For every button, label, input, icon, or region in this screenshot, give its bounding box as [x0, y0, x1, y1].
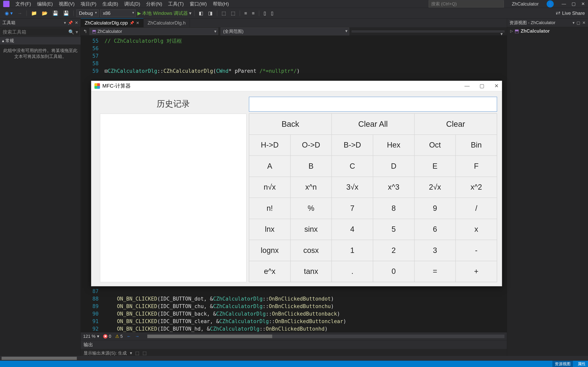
calc-btn-x[interactable]: x — [456, 219, 497, 240]
close-icon[interactable]: ✕ — [494, 83, 499, 89]
code-line[interactable]: 87 — [81, 288, 507, 295]
error-count[interactable]: ✖ 0 — [103, 334, 111, 339]
calc-btn-bin[interactable]: Bin — [456, 135, 497, 156]
calc-btn-a[interactable]: A — [249, 156, 290, 177]
calc-btn-e[interactable]: E — [414, 156, 456, 177]
calc-btn-c[interactable]: C — [332, 156, 373, 177]
menu-project[interactable]: 项目(P) — [81, 1, 96, 7]
calc-btn-3[interactable]: 3 — [414, 240, 456, 261]
new-project-icon[interactable]: 📁 — [29, 10, 39, 17]
history-list[interactable] — [100, 114, 246, 282]
menu-edit[interactable]: 编辑(E) — [37, 1, 53, 7]
calc-btn-n-x[interactable]: n√x — [249, 177, 290, 198]
calc-btn-2-x[interactable]: 2√x — [414, 177, 456, 198]
calc-btn-e-x[interactable]: e^x — [249, 261, 290, 282]
calc-btn-lognx[interactable]: lognx — [249, 240, 290, 261]
pin-icon[interactable]: ▢ — [577, 20, 580, 25]
close-icon[interactable]: ✕ — [582, 20, 586, 25]
tb-icon-2[interactable]: ◨ — [207, 10, 214, 17]
code-line[interactable]: 92 ON_BN_CLICKED(IDC_BUTTON_hd, &CZhCalc… — [81, 325, 507, 332]
toolbox-search[interactable]: 搜索工具箱 🔍 ▾ — [1, 28, 80, 36]
pin-icon[interactable]: 📌 — [130, 21, 134, 25]
status-tab-props[interactable]: 属性 — [578, 361, 586, 367]
calc-btn-tanx[interactable]: tanx — [290, 261, 332, 282]
calc-btn-8[interactable]: 8 — [373, 198, 414, 219]
horizontal-scrollbar[interactable] — [147, 334, 504, 338]
menu-view[interactable]: 视图(V) — [59, 1, 75, 7]
scope-combo-global[interactable]: (全局范围) — [221, 27, 349, 35]
tab-cpp[interactable]: ZhCalculatorDlg.cpp 📌 ✕ — [81, 18, 144, 27]
tb-icon-5[interactable]: ≡ — [243, 10, 249, 17]
scope-combo-member[interactable] — [352, 30, 504, 33]
calc-btn-back[interactable]: Back — [249, 114, 332, 135]
close-icon[interactable]: ✕ — [581, 1, 585, 7]
resource-tree-item[interactable]: ▷ ⬒ ZhCalculator — [507, 27, 588, 35]
calc-titlebar[interactable]: MFC-计算器 — ▢ ✕ — [91, 81, 502, 91]
code-line[interactable]: 59⊟CZhCalculatorDlg::CZhCalculatorDlg(CW… — [81, 67, 507, 75]
menu-window[interactable]: 窗口(W) — [190, 1, 207, 7]
calc-btn-sinx[interactable]: sinx — [290, 219, 332, 240]
maximize-icon[interactable]: ▢ — [571, 1, 576, 7]
calc-btn-n-[interactable]: n! — [249, 198, 290, 219]
code-line[interactable]: 58 — [81, 60, 507, 67]
tb-icon-1[interactable]: ◧ — [197, 10, 205, 17]
calc-btn--[interactable]: = — [414, 261, 456, 282]
calc-btn-9[interactable]: 9 — [414, 198, 456, 219]
calc-btn--[interactable]: / — [456, 198, 497, 219]
nav-fwd-icon[interactable]: → — [16, 10, 24, 17]
calc-display[interactable] — [249, 97, 497, 112]
code-line[interactable]: 90 ON_BN_CLICKED(IDC_BUTTON_back, &CZhCa… — [81, 310, 507, 317]
code-line[interactable]: 56 — [81, 45, 507, 52]
code-line[interactable]: 55// CZhCalculatorDlg 对话框 — [81, 37, 507, 45]
code-line[interactable]: 89 ON_BN_CLICKED(IDC_BUTTON_chu, &CZhCal… — [81, 302, 507, 310]
calc-btn-4[interactable]: 4 — [332, 219, 373, 240]
menu-help[interactable]: 帮助(H) — [213, 1, 229, 7]
menu-build[interactable]: 生成(B) — [102, 1, 118, 7]
menu-debug[interactable]: 调试(D) — [124, 1, 140, 7]
nav-back-icon[interactable]: ◉ ▾ — [3, 10, 14, 17]
bottom-scrollbar[interactable] — [0, 356, 588, 361]
calc-btn-d[interactable]: D — [373, 156, 414, 177]
nav-back-icon[interactable]: ↰ — [83, 29, 87, 34]
open-icon[interactable]: 📂 — [40, 10, 49, 17]
status-tab-resview[interactable]: 资源视图 — [552, 360, 573, 367]
dropdown-icon[interactable]: ▾ — [64, 20, 66, 25]
calc-btn-clear[interactable]: Clear — [414, 114, 497, 135]
dropdown-icon[interactable]: ▾ — [572, 20, 575, 25]
calc-btn-5[interactable]: 5 — [373, 219, 414, 240]
code-line[interactable]: 91 ON_BN_CLICKED(IDC_BUTTON_clear, &CZhC… — [81, 317, 507, 325]
zoom-control[interactable]: 121 %▾ — [83, 334, 99, 339]
toolbox-section-general[interactable]: ▴常规 — [0, 37, 81, 44]
calc-btn-x-3[interactable]: x^3 — [373, 177, 414, 198]
live-share-button[interactable]: ⮂ Live Share — [556, 10, 585, 16]
close-icon[interactable]: ✕ — [136, 21, 139, 25]
tb-icon-8[interactable]: ▯ — [269, 10, 275, 17]
tb-icon-4[interactable]: ⬚ — [229, 10, 237, 17]
calc-btn-hex[interactable]: Hex — [373, 135, 414, 156]
arrow-left-icon[interactable]: ← — [127, 334, 131, 339]
calc-btn-3-x[interactable]: 3√x — [332, 177, 373, 198]
arrow-right-icon[interactable]: → — [135, 334, 139, 339]
minimize-icon[interactable]: — — [465, 83, 470, 89]
close-icon[interactable]: ✕ — [75, 20, 78, 25]
calc-btn-oct[interactable]: Oct — [414, 135, 456, 156]
code-line[interactable]: 88 ON_BN_CLICKED(IDC_BUTTON_dot, &CZhCal… — [81, 295, 507, 302]
search-box[interactable]: 搜索 (Ctrl+Q) — [429, 0, 504, 8]
calc-btn-h-d[interactable]: H->D — [249, 135, 290, 156]
code-line[interactable]: 57 — [81, 52, 507, 60]
calc-btn--[interactable]: . — [332, 261, 373, 282]
output-icon[interactable]: ⬚ — [135, 350, 139, 356]
calc-btn-lnx[interactable]: lnx — [249, 219, 290, 240]
minimize-icon[interactable]: — — [562, 1, 566, 7]
calc-btn-x-n[interactable]: x^n — [290, 177, 332, 198]
maximize-icon[interactable]: ▢ — [479, 83, 484, 89]
tab-h[interactable]: ZhCalculatorDlg.h — [144, 19, 190, 27]
calc-btn-7[interactable]: 7 — [332, 198, 373, 219]
user-avatar-icon[interactable]: 👤 — [547, 0, 554, 8]
calc-btn--[interactable]: - — [456, 240, 497, 261]
platform-combo[interactable]: x86 — [100, 9, 136, 17]
tb-icon-3[interactable]: ⬚ — [220, 10, 228, 17]
calc-btn--[interactable]: + — [456, 261, 497, 282]
menu-analyze[interactable]: 分析(N) — [146, 1, 162, 7]
calc-btn-0[interactable]: 0 — [373, 261, 414, 282]
